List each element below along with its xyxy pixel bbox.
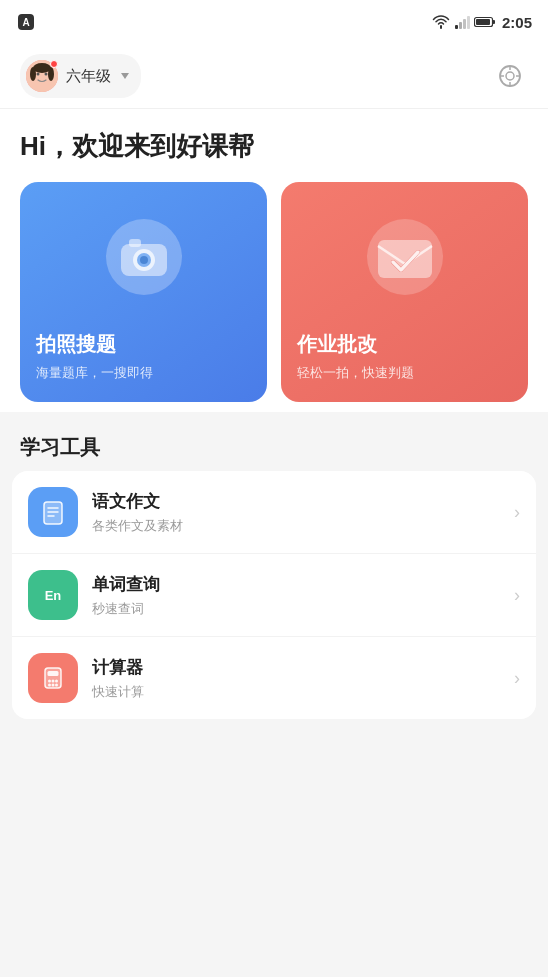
svg-point-39 (52, 680, 55, 683)
calculator-text: 计算器 快速计算 (92, 656, 514, 701)
svg-point-40 (55, 680, 58, 683)
word-lookup-name: 单词查询 (92, 573, 514, 596)
app-icon: A (16, 12, 36, 32)
photo-search-card[interactable]: 拍照搜题 海量题库，一搜即得 (20, 182, 267, 402)
word-lookup-text: 单词查询 秒速查词 (92, 573, 514, 618)
camera-icon (99, 212, 189, 302)
section-title: 学习工具 (20, 434, 528, 461)
calculator-desc: 快速计算 (92, 683, 514, 701)
section-title-wrap: 学习工具 (0, 412, 548, 471)
homework-review-title: 作业批改 (297, 331, 377, 358)
status-icons (432, 15, 496, 29)
svg-rect-37 (48, 671, 59, 676)
app-header: 六年级 (0, 44, 548, 109)
svg-rect-8 (476, 19, 490, 25)
status-right: 2:05 (432, 14, 532, 31)
svg-point-13 (30, 67, 36, 81)
word-lookup-desc: 秒速查词 (92, 600, 514, 618)
svg-rect-29 (44, 502, 62, 524)
cards-row: 拍照搜题 海量题库，一搜即得 作业批改 轻松一拍，快速判题 (20, 182, 528, 402)
time-display: 2:05 (502, 14, 532, 31)
homework-icon (360, 212, 450, 302)
tool-item-calculator[interactable]: 计算器 快速计算 › (12, 637, 536, 719)
svg-point-11 (45, 73, 48, 76)
tool-item-word-lookup[interactable]: En 单词查询 秒速查词 › (12, 554, 536, 637)
svg-rect-26 (129, 239, 141, 247)
svg-text:A: A (22, 17, 29, 28)
homework-review-subtitle: 轻松一拍，快速判题 (297, 364, 414, 382)
svg-point-41 (48, 684, 51, 687)
svg-rect-4 (463, 19, 466, 29)
word-lookup-icon-wrap: En (28, 570, 78, 620)
essay-icon (39, 498, 67, 526)
chinese-essay-chevron: › (514, 502, 520, 523)
user-badge[interactable]: 六年级 (20, 54, 141, 98)
svg-point-10 (37, 73, 40, 76)
svg-text:En: En (45, 588, 62, 603)
word-icon: En (39, 581, 67, 609)
scan-button[interactable] (492, 58, 528, 94)
signal-icon (454, 15, 470, 29)
chinese-essay-icon-wrap (28, 487, 78, 537)
wifi-icon (432, 15, 450, 29)
calculator-name: 计算器 (92, 656, 514, 679)
chinese-essay-name: 语文作文 (92, 490, 514, 513)
status-left: A (16, 12, 36, 32)
calculator-icon (39, 664, 67, 692)
battery-icon (474, 16, 496, 28)
photo-search-icon-wrap (36, 202, 251, 311)
calculator-chevron: › (514, 668, 520, 689)
svg-point-43 (55, 684, 58, 687)
status-bar: A 2:05 (0, 0, 548, 44)
avatar (26, 60, 58, 92)
photo-search-subtitle: 海量题库，一搜即得 (36, 364, 153, 382)
homework-review-icon-wrap (297, 202, 512, 311)
welcome-section: Hi，欢迎来到好课帮 拍照搜题 海量题库，一搜即得 (0, 109, 548, 412)
svg-rect-28 (378, 240, 432, 278)
calculator-icon-wrap (28, 653, 78, 703)
svg-point-38 (48, 680, 51, 683)
grade-label: 六年级 (66, 67, 111, 86)
svg-point-25 (140, 256, 148, 264)
svg-rect-7 (492, 20, 495, 24)
welcome-title: Hi，欢迎来到好课帮 (20, 129, 528, 164)
photo-search-title: 拍照搜题 (36, 331, 116, 358)
svg-rect-5 (467, 16, 470, 29)
scan-icon (496, 62, 524, 90)
homework-review-card[interactable]: 作业批改 轻松一拍，快速判题 (281, 182, 528, 402)
chevron-down-icon (121, 73, 129, 79)
svg-point-42 (52, 684, 55, 687)
tools-list: 语文作文 各类作文及素材 › En 单词查询 秒速查词 › (12, 471, 536, 719)
svg-point-14 (48, 67, 54, 81)
svg-rect-2 (455, 25, 458, 29)
avatar-dot (50, 60, 58, 68)
svg-rect-3 (459, 22, 462, 29)
chinese-essay-text: 语文作文 各类作文及素材 (92, 490, 514, 535)
tool-item-chinese-essay[interactable]: 语文作文 各类作文及素材 › (12, 471, 536, 554)
word-lookup-chevron: › (514, 585, 520, 606)
chinese-essay-desc: 各类作文及素材 (92, 517, 514, 535)
svg-point-16 (506, 72, 514, 80)
